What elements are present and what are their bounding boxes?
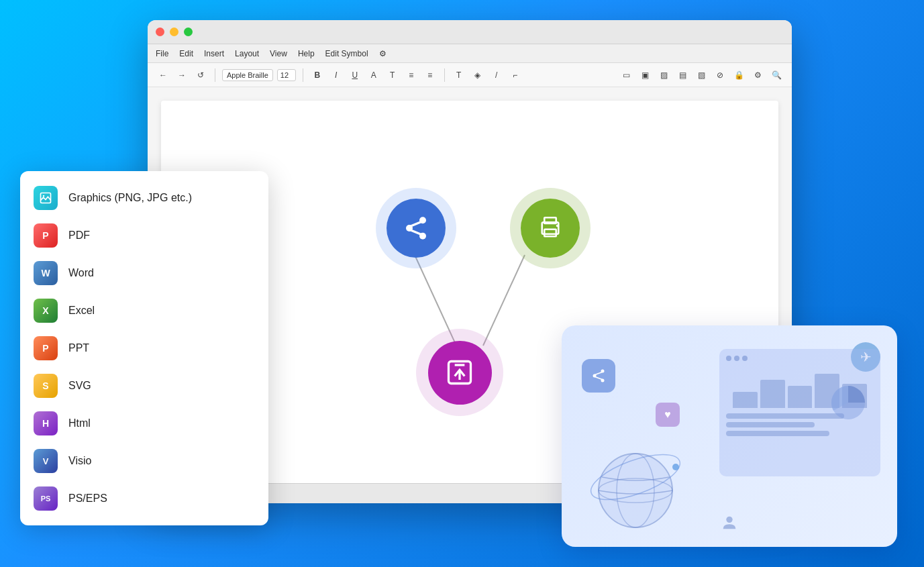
share-card-icon: [591, 368, 607, 384]
svg-icon: S: [34, 374, 58, 398]
graphics-icon: [34, 186, 58, 210]
export-node-inner[interactable]: [428, 341, 492, 405]
maximize-button[interactable]: [184, 28, 193, 36]
menu-extra[interactable]: ⚙: [379, 49, 387, 58]
svg-rect-8: [544, 217, 556, 223]
menu-layout[interactable]: Layout: [235, 49, 259, 58]
ppt-label: PPT: [68, 342, 89, 354]
minimize-button[interactable]: [170, 28, 178, 36]
extra-tool-7[interactable]: 🔒: [731, 68, 746, 83]
export-svg-item[interactable]: S SVG: [20, 367, 268, 405]
format-button[interactable]: ↺: [193, 68, 208, 83]
ps-icon: PS: [34, 486, 58, 511]
export-icon: [445, 358, 474, 387]
word-label: Word: [68, 267, 94, 279]
ps-label: PS/EPS: [68, 493, 107, 505]
underline-button[interactable]: U: [348, 68, 362, 83]
italic-button[interactable]: I: [329, 68, 344, 83]
svg-line-6: [410, 230, 422, 236]
print-node-outer: [510, 188, 591, 268]
print-node-inner[interactable]: [521, 199, 580, 258]
print-icon: [536, 214, 564, 242]
connector-button[interactable]: ⌐: [508, 68, 523, 83]
close-button[interactable]: [156, 28, 164, 36]
extra-tool-8[interactable]: ⚙: [750, 68, 765, 83]
extra-tool-5[interactable]: ▧: [694, 68, 709, 83]
globe-illustration: [582, 423, 689, 533]
share-card-inner: ✈ ♥: [562, 325, 897, 547]
insert-text-button[interactable]: T: [452, 68, 466, 83]
font-color-button[interactable]: A: [366, 68, 381, 83]
share-node-outer: [376, 188, 456, 268]
pdf-icon: P: [34, 223, 58, 248]
menu-edit-symbol[interactable]: Edit Symbol: [325, 49, 368, 58]
browser-traffic-lights: [726, 356, 874, 361]
extra-tool-6[interactable]: ⊘: [713, 68, 727, 83]
svg-line-5: [410, 221, 422, 227]
extra-tool-3[interactable]: ▨: [656, 68, 671, 83]
extra-tool-1[interactable]: ▭: [619, 68, 633, 83]
text-style-button[interactable]: T: [385, 68, 400, 83]
svg-line-19: [595, 372, 603, 375]
align-center-button[interactable]: ≡: [423, 68, 438, 83]
excel-label: Excel: [68, 305, 95, 317]
menu-edit[interactable]: Edit: [179, 49, 193, 58]
redo-button[interactable]: →: [174, 68, 189, 83]
export-excel-item[interactable]: X Excel: [20, 292, 268, 329]
fill-button[interactable]: ◈: [470, 68, 485, 83]
ppt-icon: P: [34, 336, 58, 360]
toolbar-separator-2: [303, 68, 303, 82]
visio-icon: V: [34, 449, 58, 473]
visio-label: Visio: [68, 455, 91, 467]
export-word-item[interactable]: W Word: [20, 254, 268, 292]
export-node-outer: [416, 329, 503, 416]
pie-chart: [828, 382, 868, 425]
svg-label: SVG: [68, 380, 91, 392]
bold-button[interactable]: B: [310, 68, 325, 83]
svg-rect-9: [544, 229, 556, 237]
search-button[interactable]: 🔍: [769, 68, 784, 83]
extra-tool-2[interactable]: ▣: [637, 68, 652, 83]
toolbar-separator-3: [444, 68, 445, 82]
svg-point-24: [599, 454, 672, 527]
export-menu: Graphics (PNG, JPG etc.) P PDF W Word X …: [20, 171, 268, 525]
pdf-label: PDF: [68, 229, 90, 242]
html-label: Html: [68, 417, 91, 429]
toolbar: ← → ↺ Apple Braille 12 B I U A T ≡ ≡ T ◈…: [148, 63, 792, 87]
svg-point-28: [726, 517, 732, 523]
share-node-inner[interactable]: [387, 199, 446, 258]
share-button-card[interactable]: [582, 359, 615, 393]
excel-icon: X: [34, 299, 58, 323]
html-icon: H: [34, 411, 58, 435]
export-visio-item[interactable]: V Visio: [20, 442, 268, 480]
undo-button[interactable]: ←: [156, 68, 170, 83]
export-html-item[interactable]: H Html: [20, 405, 268, 442]
export-ps-item[interactable]: PS PS/EPS: [20, 480, 268, 517]
export-pdf-item[interactable]: P PDF: [20, 217, 268, 254]
word-icon: W: [34, 261, 58, 285]
share-icon: [403, 215, 429, 242]
user-icon: [720, 513, 739, 535]
menu-insert[interactable]: Insert: [204, 49, 224, 58]
menu-file[interactable]: File: [156, 49, 168, 58]
line-button[interactable]: /: [489, 68, 504, 83]
svg-point-10: [556, 225, 559, 227]
svg-point-26: [672, 464, 679, 470]
font-selector[interactable]: Apple Braille: [222, 69, 273, 81]
share-card: ✈ ♥: [562, 325, 897, 547]
extra-tool-4[interactable]: ▤: [675, 68, 690, 83]
toolbar-separator-1: [215, 68, 215, 82]
title-bar: [148, 20, 792, 44]
svg-line-1: [483, 255, 525, 346]
font-size[interactable]: 12: [277, 69, 296, 81]
align-left-button[interactable]: ≡: [404, 68, 419, 83]
menu-bar: File Edit Insert Layout View Help Edit S…: [148, 44, 792, 63]
menu-view[interactable]: View: [270, 49, 287, 58]
browser-mockup: [719, 349, 880, 476]
svg-line-20: [595, 377, 603, 380]
menu-help[interactable]: Help: [298, 49, 315, 58]
graphics-label: Graphics (PNG, JPG etc.): [68, 192, 192, 204]
export-graphics-item[interactable]: Graphics (PNG, JPG etc.): [20, 179, 268, 217]
svg-point-15: [43, 195, 45, 197]
export-ppt-item[interactable]: P PPT: [20, 329, 268, 367]
